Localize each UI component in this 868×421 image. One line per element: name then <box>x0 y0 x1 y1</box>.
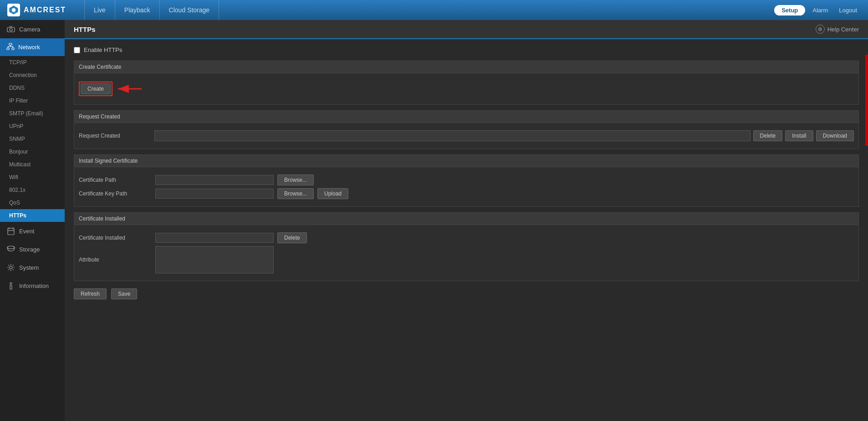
bottom-buttons: Refresh Save <box>74 288 859 299</box>
content-area: HTTPs ⚙ Help Center Enable HTTPs Create … <box>65 20 868 421</box>
help-center-button[interactable]: ⚙ Help Center <box>816 25 859 34</box>
install-signed-section: Install Signed Certificate Certificate P… <box>74 154 859 207</box>
nav-live[interactable]: Live <box>84 0 115 20</box>
request-created-section: Request Created Request Created Delete I… <box>74 110 859 149</box>
sidebar: Camera Network TCP/IP Connection DDNS IP… <box>0 20 65 421</box>
top-right-actions: Setup Alarm Logout <box>774 5 861 15</box>
certificate-installed-body: Certificate Installed Delete Attribute <box>74 225 859 281</box>
svg-rect-6 <box>7 48 9 50</box>
attribute-label: Attribute <box>79 257 152 263</box>
sidebar-item-information[interactable]: Information <box>0 277 65 295</box>
svg-rect-19 <box>10 285 12 289</box>
create-certificate-button[interactable]: Create <box>81 83 111 94</box>
request-created-row: Request Created Delete Install Download <box>79 130 854 141</box>
save-button[interactable]: Save <box>111 288 137 299</box>
system-icon <box>6 263 15 272</box>
setup-button[interactable]: Setup <box>774 5 805 15</box>
install-signed-body: Certificate Path Browse... Certificate K… <box>74 167 859 207</box>
nav-links: Live Playback Cloud Storage <box>84 0 774 20</box>
sidebar-event-label: Event <box>19 228 34 235</box>
create-certificate-header: Create Certificate <box>74 61 859 73</box>
sidebar-information-label: Information <box>19 282 49 289</box>
sidebar-sub-smtp[interactable]: SMTP (Email) <box>0 107 65 120</box>
certificate-installed-header: Certificate Installed <box>74 212 859 225</box>
sidebar-sub-ddns[interactable]: DDNS <box>0 82 65 94</box>
request-created-input[interactable] <box>154 130 751 141</box>
attribute-textarea[interactable] <box>155 246 274 273</box>
refresh-button[interactable]: Refresh <box>74 288 107 299</box>
network-icon <box>6 43 15 51</box>
install-signed-header: Install Signed Certificate <box>74 154 859 167</box>
sidebar-sub-snmp[interactable]: SNMP <box>0 133 65 145</box>
svg-point-2 <box>12 8 15 12</box>
create-btn-wrapper: Create <box>79 82 112 96</box>
certificate-path-label: Certificate Path <box>79 177 152 183</box>
sidebar-item-system[interactable]: System <box>0 258 65 277</box>
enable-https-row: Enable HTTPs <box>74 46 859 53</box>
camera-icon <box>6 25 15 34</box>
logo-icon <box>7 4 20 16</box>
sidebar-sub-https[interactable]: HTTPs <box>0 209 65 222</box>
request-created-body: Request Created Delete Install Download <box>74 123 859 149</box>
svg-point-17 <box>10 266 12 269</box>
svg-rect-7 <box>12 48 14 50</box>
sidebar-camera-label: Camera <box>19 26 40 33</box>
certificate-key-label: Certificate Key Path <box>79 190 152 197</box>
sidebar-sub-tcpip[interactable]: TCP/IP <box>0 56 65 69</box>
top-nav: AMCREST Live Playback Cloud Storage Setu… <box>0 0 868 20</box>
event-icon <box>6 226 15 236</box>
create-certificate-section: Create Certificate Create <box>74 61 859 105</box>
certificate-installed-input[interactable] <box>155 233 274 243</box>
browse-certificate-button[interactable]: Browse... <box>277 175 314 185</box>
sidebar-sub-multicast[interactable]: Multicast <box>0 158 65 171</box>
app-logo-text: AMCREST <box>24 6 66 14</box>
certificate-key-input[interactable] <box>155 189 274 199</box>
red-arrow-indicator <box>114 82 146 95</box>
request-created-header: Request Created <box>74 110 859 123</box>
certificate-installed-label: Certificate Installed <box>79 235 152 241</box>
install-button[interactable]: Install <box>785 130 813 141</box>
help-icon: ⚙ <box>816 25 825 34</box>
delete-request-button[interactable]: Delete <box>753 130 783 141</box>
svg-point-16 <box>7 246 15 249</box>
sidebar-item-network[interactable]: Network <box>0 38 65 56</box>
sidebar-sub-upnp[interactable]: UPnP <box>0 120 65 133</box>
upload-button[interactable]: Upload <box>317 188 348 199</box>
sidebar-sub-bonjour[interactable]: Bonjour <box>0 145 65 158</box>
alarm-link[interactable]: Alarm <box>809 7 832 14</box>
sidebar-item-storage[interactable]: Storage <box>0 240 65 258</box>
svg-point-4 <box>10 28 12 31</box>
sidebar-item-event[interactable]: Event <box>0 222 65 240</box>
sidebar-sub-802[interactable]: 802.1x <box>0 184 65 196</box>
sidebar-network-label: Network <box>18 44 40 51</box>
sidebar-system-label: System <box>19 264 39 271</box>
logout-link[interactable]: Logout <box>835 7 861 14</box>
sidebar-item-camera[interactable]: Camera <box>0 20 65 38</box>
storage-icon <box>6 245 15 254</box>
info-icon <box>6 281 15 290</box>
request-created-label: Request Created <box>79 133 152 139</box>
sidebar-storage-label: Storage <box>19 246 40 253</box>
sidebar-sub-wifi[interactable]: Wifi <box>0 171 65 184</box>
enable-https-checkbox[interactable] <box>74 47 80 53</box>
content-header: HTTPs ⚙ Help Center <box>65 20 868 39</box>
browse-key-button[interactable]: Browse... <box>277 188 314 199</box>
svg-point-18 <box>10 282 12 284</box>
sidebar-sub-ipfilter[interactable]: IP Filter <box>0 94 65 107</box>
page-title: HTTPs <box>74 26 96 33</box>
certificate-installed-row: Certificate Installed Delete <box>79 232 854 243</box>
nav-cloud-storage[interactable]: Cloud Storage <box>160 0 220 20</box>
create-certificate-body: Create <box>74 73 859 105</box>
certificate-key-row: Certificate Key Path Browse... Upload <box>79 188 854 199</box>
delete-certificate-button[interactable]: Delete <box>277 232 307 243</box>
download-button[interactable]: Download <box>816 130 854 141</box>
svg-rect-12 <box>8 228 14 235</box>
enable-https-label: Enable HTTPs <box>84 46 123 53</box>
certificate-path-input[interactable] <box>155 175 274 185</box>
nav-playback[interactable]: Playback <box>115 0 160 20</box>
sidebar-sub-qos[interactable]: QoS <box>0 196 65 209</box>
create-btn-row: Create <box>79 78 854 100</box>
logo-area: AMCREST <box>7 4 66 16</box>
sidebar-sub-connection[interactable]: Connection <box>0 69 65 82</box>
red-side-indicator <box>865 55 868 146</box>
